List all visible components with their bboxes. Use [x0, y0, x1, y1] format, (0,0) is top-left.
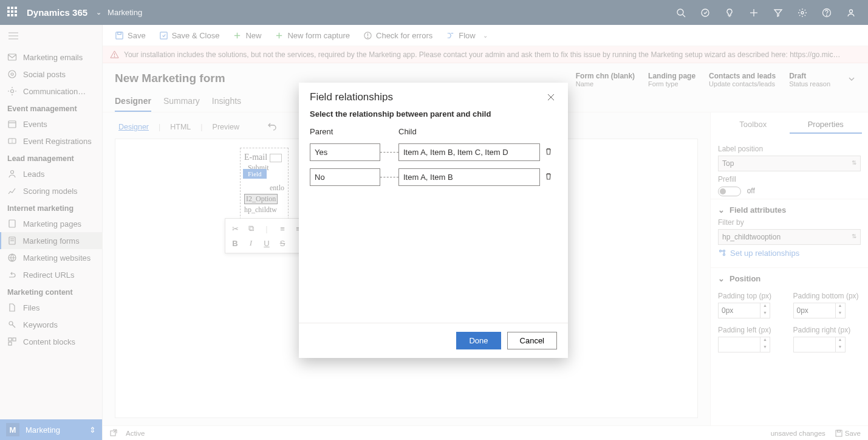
connector-line	[380, 177, 398, 177]
cancel-button[interactable]: Cancel	[507, 332, 557, 349]
parent-select[interactable]: No	[310, 168, 380, 186]
relationship-row: No Item A, Item B	[310, 168, 557, 186]
close-icon[interactable]	[545, 91, 557, 103]
modal-description: Select the relationship between parent a…	[310, 109, 557, 119]
delete-row-icon[interactable]	[540, 147, 557, 157]
child-select[interactable]: Item A, Item B, Item C, Item D	[398, 143, 540, 161]
child-select[interactable]: Item A, Item B	[398, 168, 540, 186]
child-column-label: Child	[398, 127, 417, 136]
delete-row-icon[interactable]	[540, 172, 557, 182]
done-button[interactable]: Done	[456, 332, 501, 349]
connector-line	[380, 152, 398, 153]
parent-column-label: Parent	[310, 127, 380, 136]
modal-title: Field relationships	[310, 91, 393, 103]
parent-select[interactable]: Yes	[310, 143, 380, 161]
field-relationships-modal: Field relationships Select the relations…	[299, 83, 568, 358]
relationship-row: Yes Item A, Item B, Item C, Item D	[310, 143, 557, 161]
